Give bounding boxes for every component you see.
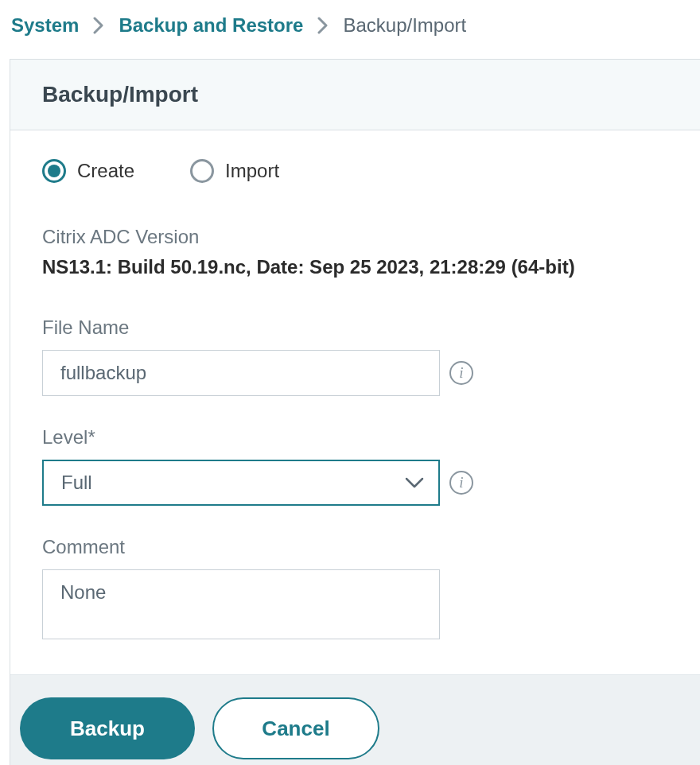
radio-create[interactable]: Create [42, 159, 134, 183]
breadcrumb-backup-restore[interactable]: Backup and Restore [119, 14, 303, 37]
radio-icon [190, 159, 214, 183]
cancel-button[interactable]: Cancel [212, 697, 379, 759]
comment-input[interactable] [42, 569, 440, 639]
form-group-level: Level* Full i [42, 426, 668, 506]
chevron-down-icon [405, 477, 424, 488]
backup-button[interactable]: Backup [20, 697, 195, 759]
breadcrumb-system[interactable]: System [11, 14, 79, 37]
radio-create-label: Create [77, 160, 134, 182]
breadcrumb-current: Backup/Import [343, 14, 466, 37]
panel-header: Backup/Import [10, 60, 700, 130]
radio-import[interactable]: Import [190, 159, 279, 183]
comment-label: Comment [42, 536, 668, 558]
info-icon[interactable]: i [449, 361, 473, 385]
radio-icon [42, 159, 66, 183]
panel: Backup/Import Create Import Citrix ADC V… [10, 59, 700, 765]
form-group-comment: Comment [42, 536, 668, 643]
radio-group: Create Import [42, 159, 668, 183]
level-label: Level* [42, 426, 668, 449]
chevron-right-icon [317, 17, 329, 34]
panel-footer: Backup Cancel [10, 674, 700, 765]
radio-import-label: Import [225, 160, 279, 182]
form-group-filename: File Name i [42, 316, 668, 396]
info-icon[interactable]: i [449, 471, 473, 495]
filename-label: File Name [42, 316, 668, 339]
version-block: Citrix ADC Version NS13.1: Build 50.19.n… [42, 226, 668, 278]
chevron-right-icon [93, 17, 104, 34]
page-title: Backup/Import [42, 82, 668, 107]
level-select[interactable]: Full [42, 460, 440, 506]
level-value: Full [61, 472, 92, 494]
breadcrumb: System Backup and Restore Backup/Import [0, 0, 700, 59]
version-value: NS13.1: Build 50.19.nc, Date: Sep 25 202… [42, 256, 668, 278]
panel-body: Create Import Citrix ADC Version NS13.1:… [10, 130, 700, 674]
filename-input[interactable] [42, 350, 440, 396]
version-label: Citrix ADC Version [42, 226, 668, 248]
